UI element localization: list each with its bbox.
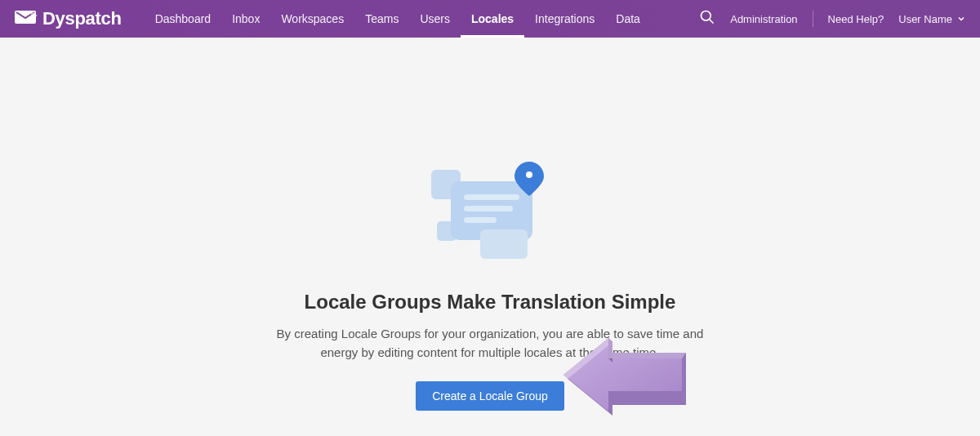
nav-dashboard[interactable]: Dashboard	[145, 0, 222, 38]
user-menu[interactable]: User Name	[898, 11, 965, 26]
administration-link[interactable]: Administration	[730, 13, 797, 25]
svg-line-2	[710, 20, 714, 24]
svg-marker-15	[608, 338, 686, 358]
nav-inbox[interactable]: Inbox	[221, 0, 270, 38]
main-content: Locale Groups Make Translation Simple By…	[0, 38, 980, 436]
need-help-link[interactable]: Need Help?	[828, 13, 884, 25]
divider	[813, 11, 813, 27]
page-heading: Locale Groups Make Translation Simple	[305, 291, 676, 314]
nav-teams[interactable]: Teams	[354, 0, 409, 38]
nav-integrations[interactable]: Integrations	[524, 0, 605, 38]
chevron-down-icon	[957, 11, 965, 26]
nav-workspaces[interactable]: Workspaces	[270, 0, 354, 38]
create-locale-group-button[interactable]: Create a Locale Group	[416, 381, 564, 411]
nav-right: Administration Need Help? User Name	[699, 9, 965, 29]
nav-locales[interactable]: Locales	[461, 0, 524, 38]
search-icon[interactable]	[699, 9, 715, 29]
logo[interactable]: Dyspatch	[15, 8, 122, 29]
brand-name: Dyspatch	[42, 8, 122, 29]
nav-data[interactable]: Data	[605, 0, 651, 38]
svg-rect-6	[464, 194, 519, 200]
svg-point-10	[526, 171, 532, 178]
user-name: User Name	[898, 13, 952, 25]
nav-users[interactable]: Users	[409, 0, 461, 38]
svg-rect-9	[480, 229, 528, 259]
svg-rect-7	[464, 206, 513, 211]
nav-links: Dashboard Inbox Workspaces Teams Users L…	[145, 0, 651, 38]
envelope-icon	[15, 9, 38, 29]
navbar: Dyspatch Dashboard Inbox Workspaces Team…	[0, 0, 980, 38]
arrow-decoration-icon	[564, 338, 694, 420]
svg-rect-8	[464, 217, 497, 223]
empty-state-illustration	[416, 152, 564, 266]
svg-point-1	[702, 11, 711, 21]
